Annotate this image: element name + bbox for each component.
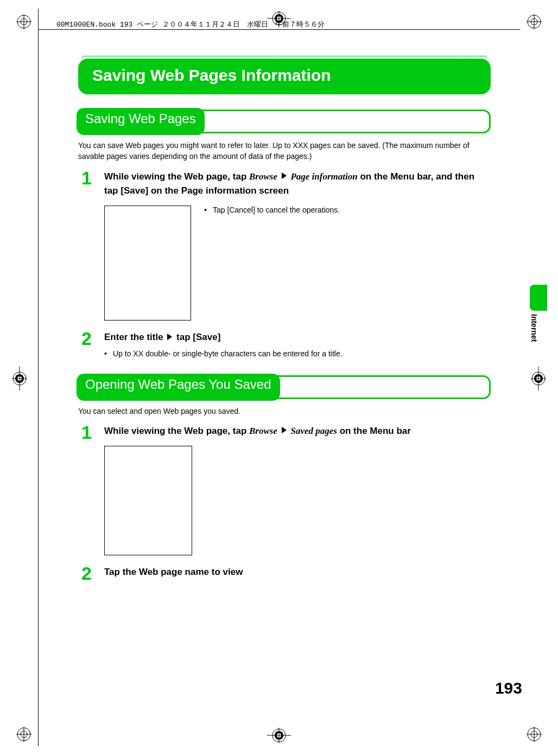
step-number: 2	[81, 328, 92, 349]
step-heading: Enter the title tap [Save]	[104, 330, 491, 344]
step-heading: While viewing the Web page, tap Browse S…	[104, 424, 491, 438]
step-heading-menu-italic: Browse	[249, 171, 277, 182]
screenshot-placeholder	[104, 206, 191, 321]
section-intro-text: You can save Web pages you might want to…	[78, 140, 491, 162]
title-accent-bar	[81, 55, 487, 57]
triangle-right-icon	[282, 172, 287, 179]
registration-mark-icon	[522, 722, 546, 746]
registration-target-icon	[12, 367, 27, 393]
side-tab: Internet	[530, 285, 547, 342]
step-heading: While viewing the Web page, tap Browse P…	[104, 170, 491, 198]
step-heading-text: While viewing the Web page, tap	[104, 171, 249, 182]
step-block: 2 Enter the title tap [Save] Up to XX do…	[78, 330, 491, 357]
step-bullet: Tap [Cancel] to cancel the operations.	[204, 206, 340, 214]
section-heading: Opening Web Pages You Saved	[78, 375, 491, 399]
divider	[38, 9, 39, 746]
screenshot-placeholder	[104, 446, 192, 555]
step-block: 1 While viewing the Web page, tap Browse…	[78, 424, 491, 555]
triangle-right-icon	[282, 427, 287, 433]
side-tab-color	[530, 285, 547, 311]
section-intro-text: You can select and open Web pages you sa…	[78, 406, 491, 417]
step-number: 2	[81, 563, 92, 584]
page-number: 193	[495, 679, 522, 697]
section-heading-label: Saving Web Pages	[85, 111, 196, 126]
registration-mark-icon	[522, 10, 546, 34]
registration-target-icon	[531, 367, 546, 393]
registration-mark-icon	[12, 10, 36, 34]
step-heading-text: Enter the title	[104, 332, 166, 342]
registration-mark-icon	[12, 722, 36, 746]
step-heading-text: While viewing the Web page, tap	[104, 426, 249, 436]
step-heading: Tap the Web page name to view	[104, 565, 491, 579]
registration-target-icon	[267, 728, 291, 745]
step-heading-text: tap [Save]	[174, 332, 220, 342]
section-heading-label: Opening Web Pages You Saved	[85, 377, 271, 392]
page-title: Saving Web Pages Information	[92, 66, 477, 85]
step-block: 2 Tap the Web page name to view	[78, 565, 491, 579]
page-title-block: Saving Web Pages Information	[78, 55, 491, 94]
step-heading-menu-italic: Page information	[290, 171, 357, 182]
divider	[38, 29, 520, 30]
print-header-text: 00M1000EN.book 193 ページ ２００４年１１月２４日 水曜日 午…	[56, 20, 325, 29]
step-heading-text: on the Menu bar	[337, 426, 411, 436]
step-block: 1 While viewing the Web page, tap Browse…	[78, 170, 491, 321]
side-tab-label: Internet	[530, 311, 542, 342]
triangle-right-icon	[167, 334, 172, 340]
step-number: 1	[81, 168, 92, 189]
section-heading: Saving Web Pages	[78, 110, 491, 133]
step-number: 1	[81, 422, 92, 443]
step-heading-menu-italic: Browse	[249, 426, 277, 436]
step-heading-menu-italic: Saved pages	[290, 426, 337, 436]
step-bullet: Up to XX double- or single-byte characte…	[104, 349, 491, 358]
